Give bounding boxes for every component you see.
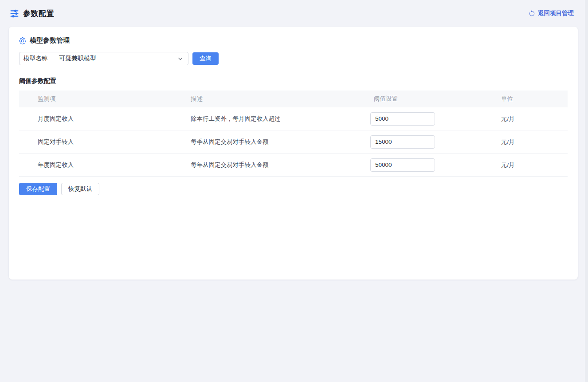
- panel-title: 模型参数管理: [30, 36, 70, 45]
- unit-label: 元/月: [501, 115, 568, 123]
- panel-header: 模型参数管理: [19, 36, 568, 45]
- table-row: 固定对手转入 每季从固定交易对手转入金额 元/月: [19, 130, 568, 154]
- column-header-description: 描述: [191, 95, 370, 103]
- save-config-button[interactable]: 保存配置: [19, 183, 57, 195]
- column-header-threshold: 阈值设置: [370, 95, 501, 103]
- column-header-item: 监测项: [19, 95, 191, 103]
- model-parameter-card: 模型参数管理 模型名称 可疑兼职模型 查询 阈值参数配置 监测项 描述 阈值设置…: [9, 27, 578, 280]
- model-name-select[interactable]: 模型名称 可疑兼职模型: [19, 52, 188, 65]
- top-bar: 参数配置 返回项目管理: [0, 0, 588, 27]
- back-to-project-link[interactable]: 返回项目管理: [529, 9, 574, 17]
- undo-arrow-icon: [529, 10, 535, 17]
- model-name-label: 模型名称: [20, 55, 53, 63]
- scrollbar-track[interactable]: [585, 0, 588, 382]
- monitor-item-description: 每季从固定交易对手转入金额: [191, 138, 370, 146]
- table-header-row: 监测项 描述 阈值设置 单位: [19, 91, 568, 107]
- column-header-unit: 单位: [501, 95, 568, 103]
- threshold-input[interactable]: [370, 158, 435, 172]
- monitor-item-label: 月度固定收入: [19, 115, 191, 123]
- unit-label: 元/月: [501, 161, 568, 169]
- threshold-input[interactable]: [370, 135, 435, 149]
- action-buttons-row: 保存配置 恢复默认: [19, 183, 568, 195]
- monitor-item-label: 年度固定收入: [19, 161, 191, 169]
- threshold-input-cell: [370, 135, 501, 149]
- table-row: 年度固定收入 每年从固定交易对手转入金额 元/月: [19, 154, 568, 177]
- query-button[interactable]: 查询: [192, 52, 219, 65]
- chevron-down-icon: [177, 56, 188, 62]
- gear-icon: [19, 37, 26, 44]
- query-row: 模型名称 可疑兼职模型 查询: [19, 52, 568, 65]
- model-name-selected-value: 可疑兼职模型: [53, 55, 177, 63]
- monitor-item-description: 每年从固定交易对手转入金额: [191, 161, 370, 169]
- threshold-table: 监测项 描述 阈值设置 单位 月度固定收入 除本行工资外，每月固定收入超过 元/…: [19, 91, 568, 177]
- page-title: 参数配置: [23, 8, 54, 19]
- threshold-input-cell: [370, 112, 501, 126]
- table-row: 月度固定收入 除本行工资外，每月固定收入超过 元/月: [19, 107, 568, 130]
- threshold-input-cell: [370, 158, 501, 172]
- monitor-item-description: 除本行工资外，每月固定收入超过: [191, 115, 370, 123]
- restore-default-button[interactable]: 恢复默认: [61, 183, 99, 195]
- unit-label: 元/月: [501, 138, 568, 146]
- threshold-input[interactable]: [370, 112, 435, 126]
- page-title-group: 参数配置: [10, 8, 54, 19]
- back-link-label: 返回项目管理: [538, 9, 574, 17]
- threshold-section-title: 阈值参数配置: [19, 77, 568, 85]
- monitor-item-label: 固定对手转入: [19, 138, 191, 146]
- sliders-icon: [10, 9, 19, 18]
